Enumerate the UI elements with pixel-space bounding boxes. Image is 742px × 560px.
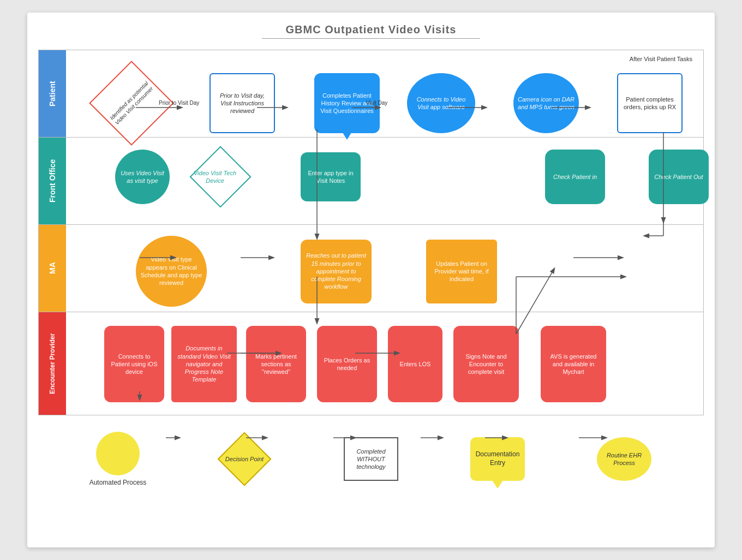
ma-reaches-out-node: Reaches out to patient 15 minutes prior … bbox=[301, 236, 372, 307]
fo-video-visit-node: Uses Video Visit as visit type bbox=[115, 150, 170, 204]
fo-tech-diamond-text: Video Visit Tech Device bbox=[188, 169, 242, 185]
ep-avs-callout: AVS is generated and available in Mychar… bbox=[541, 326, 606, 402]
fo-enter-app-node: Enter app type in Visit Notes bbox=[301, 150, 361, 204]
patient-instructions-node: Prior to Visit day, Visit Instructions r… bbox=[210, 73, 275, 133]
ma-swimlane: MA Video Visit type appears on Clinical … bbox=[39, 225, 703, 312]
ma-lane-content: Video Visit type appears on Clinical Sch… bbox=[66, 225, 703, 312]
ep-avs-node: AVS is generated and available in Mychar… bbox=[541, 326, 606, 402]
front-office-lane-label: Front Office bbox=[39, 138, 66, 224]
provider-lane-content: Connects to Patient using iOS device Doc… bbox=[66, 312, 703, 415]
provider-lane-label: Encounter Provider bbox=[39, 312, 66, 415]
ep-documents-node: Documents in standard Video Visit naviga… bbox=[171, 326, 237, 402]
ep-documents-callout: Documents in standard Video Visit naviga… bbox=[171, 326, 237, 402]
swimlane-diagram: Prior to Visit Day Visit Day Patient Ide… bbox=[38, 50, 704, 415]
provider-swimlane: Encounter Provider Connects to Patient u… bbox=[39, 312, 703, 415]
ep-marks-node: Marks pertinent sections as "reviewed" bbox=[246, 326, 306, 402]
legend-routine-oval: Routine EHR Process bbox=[597, 437, 651, 481]
ma-updates-node: Updates Patient on Provider wait time, i… bbox=[426, 236, 497, 307]
legend-automated: Automated Process bbox=[85, 432, 151, 486]
ep-marks-callout: Marks pertinent sections as "reviewed" bbox=[246, 326, 306, 402]
legend-routine: Routine EHR Process bbox=[591, 437, 657, 481]
patient-camera-node: Camera icon on DAR and MPS turns green bbox=[513, 73, 579, 133]
ma-updates-rect: Updates Patient on Provider wait time, i… bbox=[426, 240, 497, 303]
after-visit-label: After Visit Patient Tasks bbox=[630, 56, 692, 62]
ma-lane-label: MA bbox=[39, 225, 66, 312]
patient-camera-oval: Camera icon on DAR and MPS turns green bbox=[513, 73, 579, 133]
legend-documentation: Documentation Entry bbox=[465, 437, 530, 481]
patient-orders-node: Patient completes orders, picks up RX bbox=[617, 73, 683, 133]
patient-history-node: Completes Patient History Review and Vis… bbox=[314, 73, 380, 133]
fo-check-out-oval: Check Patient Out bbox=[649, 150, 709, 204]
ep-signs-callout: Signs Note and Encounter to complete vis… bbox=[453, 326, 519, 402]
legend-completed-rect: Completed WITHOUT technology bbox=[344, 437, 398, 481]
fo-check-in-oval: Check Patient in bbox=[545, 150, 605, 204]
page-container: GBMC Outpatient Video Visits bbox=[27, 13, 715, 547]
patient-swimlane: Patient Identified as potential Video Vi… bbox=[39, 50, 703, 138]
legend-automated-shape bbox=[96, 432, 140, 475]
legend-decision-wrap: Decision Point bbox=[220, 437, 269, 481]
legend: Automated Process Decision Point Complet… bbox=[38, 426, 704, 492]
fo-tech-diamond-wrap: Video Visit Tech Device bbox=[193, 150, 248, 204]
ep-connects-node: Connects to Patient using iOS device bbox=[104, 326, 164, 402]
ep-los-callout: Enters LOS bbox=[388, 326, 442, 402]
patient-connects-oval: Connects to Video Visit app software bbox=[407, 73, 475, 133]
legend-decision: Decision Point bbox=[212, 437, 277, 481]
ma-schedule-oval: Video Visit type appears on Clinical Sch… bbox=[136, 236, 207, 307]
patient-orders-rect: Patient completes orders, picks up RX bbox=[617, 73, 683, 133]
ep-connects-callout: Connects to Patient using iOS device bbox=[104, 326, 164, 402]
fo-enter-app-callout: Enter app type in Visit Notes bbox=[301, 152, 361, 201]
patient-identified-node: Identified as potential Video Visit cons… bbox=[101, 73, 161, 133]
ep-signs-node: Signs Note and Encounter to complete vis… bbox=[453, 326, 519, 402]
ma-schedule-node: Video Visit type appears on Clinical Sch… bbox=[136, 236, 207, 307]
legend-completed-text: Completed WITHOUT technology bbox=[348, 448, 394, 471]
front-office-lane-content: Uses Video Visit as visit type Video Vis… bbox=[66, 138, 703, 224]
legend-completed: Completed WITHOUT technology bbox=[338, 437, 404, 481]
patient-history-callout: Completes Patient History Review and Vis… bbox=[314, 73, 380, 133]
ep-orders-callout: Places Orders as needed bbox=[317, 326, 377, 402]
ep-orders-node: Places Orders as needed bbox=[317, 326, 377, 402]
ma-reaches-out-callout: Reaches out to patient 15 minutes prior … bbox=[301, 240, 372, 303]
legend-documentation-text: Documentation Entry bbox=[473, 450, 522, 467]
front-office-swimlane: Front Office Uses Video Visit as visit t… bbox=[39, 138, 703, 225]
page-title: GBMC Outpatient Video Visits bbox=[38, 23, 704, 36]
title-underline bbox=[262, 38, 480, 39]
legend-routine-text: Routine EHR Process bbox=[601, 451, 647, 467]
legend-decision-text: Decision Point bbox=[220, 455, 269, 463]
patient-lane-label: Patient bbox=[39, 50, 66, 137]
patient-connects-node: Connects to Video Visit app software bbox=[407, 73, 475, 133]
patient-instructions-rect: Prior to Visit day, Visit Instructions r… bbox=[210, 73, 275, 133]
legend-automated-label: Automated Process bbox=[89, 479, 147, 486]
ep-los-node: Enters LOS bbox=[388, 326, 442, 402]
fo-check-out-node: Check Patient Out bbox=[649, 150, 709, 204]
fo-check-in-node: Check Patient in bbox=[545, 150, 605, 204]
patient-lane-content: Identified as potential Video Visit cons… bbox=[66, 50, 703, 137]
legend-documentation-callout: Documentation Entry bbox=[470, 437, 525, 481]
fo-video-visit-oval: Uses Video Visit as visit type bbox=[115, 150, 170, 204]
